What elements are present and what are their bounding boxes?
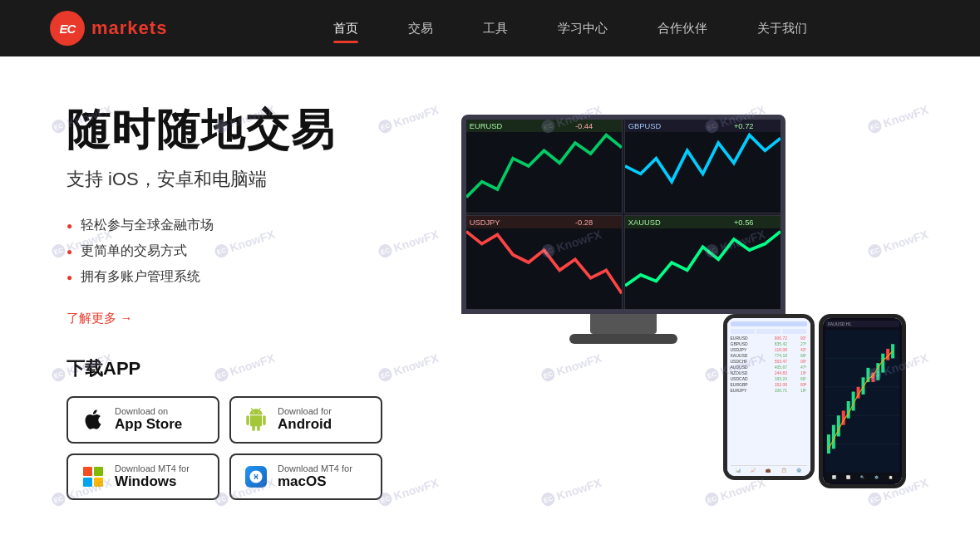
desktop-monitor: EURUSD -0.44 GBPUSD +0.72 (461, 115, 785, 344)
nav-item-home[interactable]: 首页 (333, 21, 358, 37)
svg-text:XAUUSD: XAUUSD (628, 218, 660, 227)
macos-icon (243, 463, 269, 490)
nav-item-about[interactable]: 关于我们 (757, 21, 807, 37)
devices-container: EURUSD -0.44 GBPUSD +0.72 (461, 106, 910, 505)
nav-link-partner[interactable]: 合作伙伴 (657, 21, 707, 38)
download-windows-button[interactable]: Download MT4 for Windows (66, 453, 219, 500)
windows-btn-text: Download MT4 for Windows (115, 463, 190, 490)
svg-text:EURUSD: EURUSD (469, 122, 502, 130)
svg-text:USDJPY: USDJPY (469, 218, 500, 227)
svg-text:-0.28: -0.28 (574, 218, 592, 227)
macos-btn-text: Download MT4 for macOS (278, 463, 352, 490)
feature-item-2: 更简单的交易方式 (66, 243, 416, 260)
svg-text:-0.44: -0.44 (574, 122, 592, 130)
appstore-btn-text: Download on App Store (115, 406, 182, 433)
svg-text:+0.56: +0.56 (733, 218, 753, 227)
chart-quad-4: XAUUSD +0.56 (624, 215, 781, 309)
phone-chart-frame: XAUUSD H1 (819, 314, 906, 488)
main-nav: 首页 交易 工具 学习中心 合作伙伴 关于我们 (333, 21, 807, 37)
nav-link-home[interactable]: 首页 (333, 21, 358, 38)
android-btn-big: Android (278, 416, 332, 433)
monitor-screen: EURUSD -0.44 GBPUSD +0.72 (461, 115, 785, 314)
download-section-title: 下载APP (66, 356, 416, 381)
chart-quad-1: EURUSD -0.44 (466, 120, 623, 213)
hero-subtitle: 支持 iOS，安卓和电脑端 (66, 167, 416, 192)
hero-title: 随时随地交易 (66, 106, 416, 154)
svg-point-0 (255, 475, 258, 478)
monitor-base (569, 334, 677, 344)
android-btn-text: Download for Android (278, 406, 332, 433)
download-android-button[interactable]: Download for Android (229, 396, 382, 443)
windows-btn-big: Windows (115, 473, 190, 490)
phone-chart-screen: XAUUSD H1 (823, 318, 902, 484)
monitor-stand (590, 314, 657, 334)
macos-btn-small: Download MT4 for (278, 463, 352, 473)
apple-icon (80, 406, 106, 433)
appstore-btn-small: Download on (115, 406, 182, 416)
android-icon (243, 406, 269, 433)
logo-text: markets (91, 17, 167, 39)
phone-quotes-screen: EURUSD 906.72 93⁷ GBPUSD 835.42 27⁸ USDJ… (727, 318, 810, 476)
windows-icon (80, 463, 106, 490)
chart-quad-3: USDJPY -0.28 (466, 215, 623, 309)
svg-rect-29 (881, 353, 884, 372)
learn-more-link[interactable]: 了解更多 → (66, 311, 132, 326)
svg-rect-18 (826, 434, 830, 453)
nav-item-partner[interactable]: 合作伙伴 (657, 21, 707, 37)
features-list: 轻松参与全球金融市场 更简单的交易方式 拥有多账户管理系统 (66, 217, 416, 286)
logo-icon: EC (50, 11, 85, 46)
phone-quotes-frame: EURUSD 906.72 93⁷ GBPUSD 835.42 27⁸ USDJ… (723, 314, 815, 480)
appstore-btn-big: App Store (115, 416, 182, 433)
phone-chart-area (825, 330, 899, 473)
nav-link-learn[interactable]: 学习中心 (558, 21, 608, 38)
svg-rect-25 (861, 377, 864, 395)
nav-link-trade[interactable]: 交易 (408, 21, 433, 38)
phone-quotes: EURUSD 906.72 93⁷ GBPUSD 835.42 27⁸ USDJ… (723, 314, 815, 480)
logo[interactable]: EC markets (50, 11, 167, 46)
macos-btn-big: macOS (278, 473, 352, 490)
android-btn-small: Download for (278, 406, 332, 416)
devices-section: EURUSD -0.44 GBPUSD +0.72 (416, 56, 980, 554)
nav-item-trade[interactable]: 交易 (408, 21, 433, 37)
download-appstore-button[interactable]: Download on App Store (66, 396, 219, 443)
nav-link-about[interactable]: 关于我们 (757, 21, 807, 38)
feature-item-3: 拥有多账户管理系统 (66, 268, 416, 286)
main-content: ECKnowFX ECKnowFX ECKnowFX ECKnowFX ECKn… (0, 56, 980, 554)
download-macos-button[interactable]: Download MT4 for macOS (229, 453, 382, 500)
nav-link-tools[interactable]: 工具 (483, 21, 508, 38)
svg-rect-20 (836, 415, 840, 436)
chart-quad-2: GBPUSD +0.72 (624, 120, 781, 213)
download-grid: Download on App Store Download for Andro… (66, 396, 382, 500)
feature-item-1: 轻松参与全球金融市场 (66, 217, 416, 234)
hero-section: 随时随地交易 支持 iOS，安卓和电脑端 轻松参与全球金融市场 更简单的交易方式… (0, 56, 416, 554)
windows-btn-small: Download MT4 for (115, 463, 190, 473)
header: EC markets 首页 交易 工具 学习中心 合作伙伴 关于我们 (0, 0, 980, 56)
svg-text:GBPUSD: GBPUSD (628, 122, 661, 130)
nav-item-learn[interactable]: 学习中心 (558, 21, 608, 37)
svg-text:+0.72: +0.72 (733, 122, 753, 130)
phone-chart: XAUUSD H1 (819, 314, 906, 488)
nav-item-tools[interactable]: 工具 (483, 21, 508, 37)
